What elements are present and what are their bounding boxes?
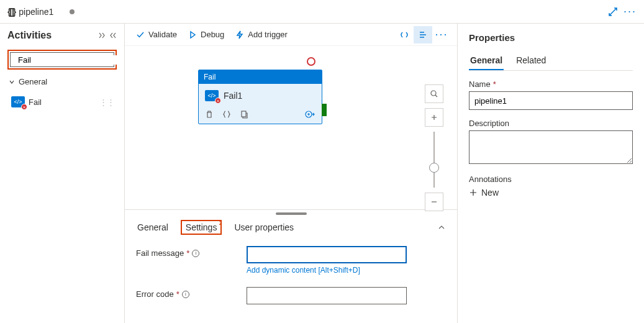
- selection-handle-icon: [307, 57, 315, 66]
- pipeline-name-input[interactable]: [469, 91, 633, 110]
- name-label: Name*: [469, 80, 633, 89]
- play-icon: [188, 30, 197, 39]
- info-icon[interactable]: i: [192, 250, 199, 257]
- svg-rect-1: [242, 111, 246, 117]
- pipeline-icon: {[]}: [7, 7, 15, 17]
- zoom-slider[interactable]: [433, 132, 435, 188]
- node-body: × Fail1: [199, 84, 322, 107]
- delete-icon[interactable]: [205, 110, 214, 119]
- properties-view-button[interactable]: [414, 26, 432, 43]
- fail-activity-icon: ×: [205, 90, 219, 101]
- fail-message-label: Fail message * i: [136, 246, 247, 258]
- zoom-in-button[interactable]: [425, 108, 443, 127]
- tab-general-prop[interactable]: General: [469, 52, 504, 70]
- success-connector[interactable]: [322, 104, 327, 116]
- check-icon: [136, 30, 145, 39]
- expand-icon[interactable]: [609, 7, 617, 16]
- fail-activity-node[interactable]: Fail × Fail1: [198, 70, 322, 124]
- search-input-wrapper[interactable]: [10, 52, 114, 67]
- tab-settings-highlight: Settings 2: [181, 220, 222, 235]
- collapse-panel-icon[interactable]: [437, 224, 446, 230]
- info-icon[interactable]: i: [182, 291, 189, 298]
- toolbar-more-button[interactable]: ···: [432, 26, 451, 43]
- sidebar-title: Activities: [7, 30, 52, 41]
- activities-sidebar: Activities General: [0, 24, 124, 323]
- bottom-panel: General Settings 2 User properties Fail …: [125, 209, 457, 323]
- tab-general-bottom[interactable]: General: [136, 220, 170, 235]
- zoom-search-button[interactable]: [425, 84, 443, 103]
- drag-grip-icon[interactable]: ⋮⋮: [99, 98, 114, 107]
- chevron-down-icon: [9, 79, 15, 85]
- code-view-button[interactable]: [395, 26, 414, 43]
- collapse-all-icon[interactable]: [98, 32, 107, 39]
- tab-title: pipeline1: [19, 7, 53, 17]
- dirty-indicator-icon: [70, 9, 75, 14]
- add-dynamic-content-link[interactable]: Add dynamic content [Alt+Shift+D]: [247, 266, 407, 275]
- canvas-toolbar: Validate Debug Add trigger: [125, 24, 457, 46]
- properties-panel: Properties General Related Name* Descrip…: [458, 24, 644, 323]
- svg-point-3: [431, 91, 436, 96]
- tab-related-prop[interactable]: Related: [515, 52, 547, 70]
- add-trigger-button[interactable]: Add trigger: [235, 30, 288, 39]
- pipeline-tab[interactable]: {[]} pipeline1: [7, 7, 75, 17]
- description-input[interactable]: [469, 130, 633, 164]
- add-output-icon[interactable]: [304, 110, 315, 119]
- activity-item-label: Fail: [29, 98, 42, 107]
- error-code-label: Error code * i: [136, 287, 247, 299]
- description-label: Description: [469, 119, 633, 128]
- top-tab-bar: {[]} pipeline1 ···: [0, 0, 644, 24]
- more-icon[interactable]: ···: [624, 5, 637, 18]
- category-general[interactable]: General: [7, 75, 117, 89]
- pipeline-canvas[interactable]: Fail × Fail1: [125, 46, 457, 209]
- center-panel: Validate Debug Add trigger: [124, 24, 458, 323]
- node-header: Fail: [199, 70, 322, 84]
- tab-user-properties[interactable]: User properties: [233, 220, 295, 235]
- hide-sidebar-icon[interactable]: [109, 32, 117, 39]
- category-label: General: [19, 77, 47, 86]
- fail-activity-icon: ×: [11, 96, 25, 107]
- tab-settings[interactable]: Settings: [184, 220, 219, 235]
- zoom-controls: [425, 84, 443, 216]
- zoom-thumb[interactable]: [429, 163, 439, 173]
- node-footer: [199, 107, 322, 124]
- properties-title: Properties: [469, 32, 633, 43]
- node-name: Fail1: [224, 91, 242, 101]
- required-indicator: *: [186, 248, 189, 258]
- validate-button[interactable]: Validate: [136, 30, 177, 39]
- activity-item-fail[interactable]: × Fail ⋮⋮: [9, 94, 117, 110]
- annotations-label: Annotations: [469, 175, 633, 184]
- error-code-input[interactable]: [247, 287, 407, 304]
- copy-icon[interactable]: [240, 110, 248, 119]
- zoom-out-button[interactable]: [425, 193, 443, 211]
- lightning-icon: [235, 30, 244, 39]
- required-indicator: *: [176, 289, 179, 299]
- search-input[interactable]: [18, 55, 122, 65]
- code-braces-icon[interactable]: [222, 110, 231, 119]
- settings-badge: 2: [219, 220, 222, 226]
- search-highlight: [7, 50, 117, 70]
- new-annotation-button[interactable]: New: [469, 188, 633, 198]
- plus-icon: [469, 188, 478, 197]
- fail-message-input[interactable]: [247, 246, 407, 263]
- debug-button[interactable]: Debug: [188, 30, 224, 39]
